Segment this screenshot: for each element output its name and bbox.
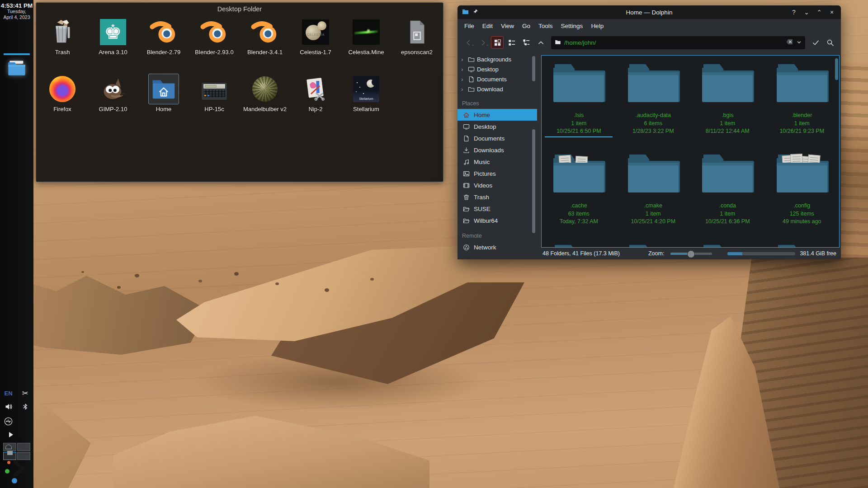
apply-checkmark-button[interactable] — [809, 36, 822, 49]
compact-view-button[interactable] — [505, 36, 518, 49]
forward-button[interactable] — [476, 36, 489, 49]
menu-go[interactable]: Go — [518, 21, 534, 31]
places-item-videos[interactable]: Videos — [458, 179, 537, 191]
desktop-icon-stellarium[interactable]: StellariumStellarium — [341, 72, 392, 129]
blue-dot-icon[interactable] — [12, 478, 17, 483]
expander-chevron-icon[interactable]: › — [461, 76, 466, 83]
back-button[interactable] — [462, 36, 475, 49]
usb-device-icon[interactable] — [4, 417, 13, 427]
bluetooth-icon[interactable] — [22, 403, 29, 412]
desktop-icon-home[interactable]: Home — [138, 72, 189, 129]
titlebar[interactable]: Home — Dolphin ?⌄⌃× — [458, 5, 841, 19]
tree-item-download[interactable]: ›Download — [458, 84, 537, 94]
chevron-down-icon[interactable] — [797, 39, 802, 46]
desktop-icon-blender-2-93-0[interactable]: Blender-2.93.0 — [189, 15, 240, 72]
close-button[interactable]: × — [827, 8, 836, 17]
desktop-icon-trash[interactable]: Trash — [37, 15, 88, 72]
menu-settings[interactable]: Settings — [557, 21, 587, 31]
up-button[interactable] — [534, 36, 547, 49]
firefox-icon — [47, 74, 77, 104]
places-item-desktop[interactable]: Desktop — [458, 121, 537, 132]
details-view-button[interactable] — [520, 36, 533, 49]
keyboard-layout-indicator[interactable]: EN — [4, 390, 12, 397]
tree-scrollbar[interactable] — [532, 56, 535, 81]
orange-dot-icon[interactable] — [7, 461, 10, 464]
desktop-icon-celestia-1-7[interactable]: CELESTIACelestia-1.7 — [290, 15, 341, 72]
icons-view-button[interactable] — [491, 36, 504, 49]
chevron-app-icon[interactable] — [14, 461, 25, 476]
zoom-slider[interactable] — [670, 253, 712, 255]
search-button[interactable] — [824, 36, 836, 49]
folder-item-labels: .conda1 item10/25/21 6:36 PM — [690, 202, 765, 226]
home-folder-icon — [149, 74, 179, 104]
expand-triangle-icon[interactable] — [9, 432, 13, 437]
folder-item-partial[interactable] — [690, 236, 765, 248]
folder-item-partial[interactable] — [542, 236, 616, 248]
folder-item-blender[interactable]: .blender1 item10/26/21 9:23 PM — [765, 56, 840, 146]
pager-desktop-4[interactable] — [17, 452, 30, 460]
folder-item-audacity-data[interactable]: .audacity-data6 items1/28/23 3:22 PM — [616, 56, 691, 146]
desktop-icon-hp-15c[interactable]: HP-15c — [189, 72, 240, 129]
places-item-downloads[interactable]: Downloads — [458, 144, 537, 156]
folder-view[interactable]: .Isis1 item10/25/21 6:50 PM.audacity-dat… — [541, 55, 840, 248]
desktop-icon-blender-3-4-1[interactable]: Blender-3.4.1 — [240, 15, 290, 72]
places-item-pictures[interactable]: Pictures — [458, 168, 537, 179]
clear-text-icon[interactable] — [786, 38, 793, 47]
places-item-network[interactable]: Network — [458, 241, 537, 253]
pager-desktop-3[interactable] — [3, 452, 16, 460]
minimize-button[interactable]: ⌄ — [802, 8, 811, 17]
folder-icon — [765, 242, 840, 248]
folder-item-config[interactable]: .config125 items49 minutes ago — [765, 146, 840, 236]
desktop-icon-arena-3-10[interactable]: ♚Arena 3.10 — [88, 15, 138, 72]
tree-item-backgrounds[interactable]: ›Backgrounds — [458, 54, 537, 64]
places-item-documents[interactable]: Documents — [458, 132, 537, 144]
folder-item-cache[interactable]: .cache63 itemsToday, 7:32 AM — [542, 146, 616, 236]
pin-icon[interactable] — [472, 9, 478, 16]
desktop-icon-epsonscan2[interactable]: epsonscan2 — [392, 15, 442, 72]
places-item-wilbur64[interactable]: Wilbur64 — [458, 215, 537, 226]
expander-chevron-icon[interactable]: › — [461, 56, 466, 63]
desktop-icon-mandelbulber-v2[interactable]: Mandelbulber v2 — [240, 72, 290, 129]
zoom-slider-handle[interactable] — [687, 250, 695, 258]
desktop-icon-blender-2-79[interactable]: Blender-2.79 — [138, 15, 189, 72]
folder-item-isis[interactable]: .Isis1 item10/25/21 6:50 PM — [542, 56, 616, 146]
desktop-icon-nip-2[interactable]: Nip-2 — [290, 72, 341, 129]
places-item-suse[interactable]: SUSE — [458, 203, 537, 215]
expander-chevron-icon[interactable]: › — [461, 66, 466, 73]
places-item-music[interactable]: Music — [458, 156, 537, 168]
digital-clock[interactable]: 4:53:41 PM Tuesday, April 4, 2023 — [0, 3, 33, 20]
desktop-icon-celestia-mine[interactable]: Celestia.Mine — [341, 15, 392, 72]
menu-view[interactable]: View — [497, 21, 518, 31]
tree-item-desktop[interactable]: ›Desktop — [458, 64, 537, 74]
folder-item-bgis[interactable]: .bgis1 item8/11/22 12:44 AM — [690, 56, 765, 146]
pager-desktop-1[interactable] — [3, 443, 16, 451]
desktop-icon-firefox[interactable]: Firefox — [37, 72, 88, 129]
menu-tools[interactable]: Tools — [534, 21, 557, 31]
address-text[interactable]: /home/john/ — [564, 39, 596, 46]
menu-help[interactable]: Help — [587, 21, 608, 31]
places-item-trash[interactable]: Trash — [458, 191, 537, 203]
help-button[interactable]: ? — [789, 8, 798, 17]
clipboard-scissors-icon[interactable]: ✂ — [22, 389, 28, 398]
places-item-home[interactable]: Home — [458, 109, 537, 121]
location-bar[interactable]: /home/john/ — [551, 36, 805, 49]
window-buttons: ?⌄⌃× — [789, 8, 836, 17]
expander-chevron-icon[interactable]: › — [461, 86, 466, 93]
menu-file[interactable]: File — [460, 21, 478, 31]
menu-edit[interactable]: Edit — [478, 21, 497, 31]
maximize-button[interactable]: ⌃ — [815, 8, 824, 17]
desktop-icon-gimp-2-10[interactable]: GIMP-2.10 — [88, 72, 138, 129]
green-dot-icon[interactable] — [5, 469, 9, 474]
tree-item-documents[interactable]: ›Documents — [458, 74, 537, 84]
places-scrollbar[interactable] — [532, 129, 535, 233]
view-scrollbar[interactable] — [835, 58, 838, 80]
task-manager-entry-dolphin[interactable] — [0, 53, 33, 83]
folder-item-cmake[interactable]: .cmake1 item10/25/21 4:20 PM — [616, 146, 691, 236]
videos-icon — [463, 182, 470, 189]
folder-tree: ›Backgrounds›Desktop›Documents›Download — [458, 54, 537, 94]
volume-icon[interactable] — [5, 403, 13, 413]
folder-item-partial[interactable] — [616, 236, 691, 248]
folder-item-conda[interactable]: .conda1 item10/25/21 6:36 PM — [690, 146, 765, 236]
folder-item-partial[interactable] — [765, 236, 840, 248]
pager-desktop-2[interactable] — [17, 443, 30, 451]
